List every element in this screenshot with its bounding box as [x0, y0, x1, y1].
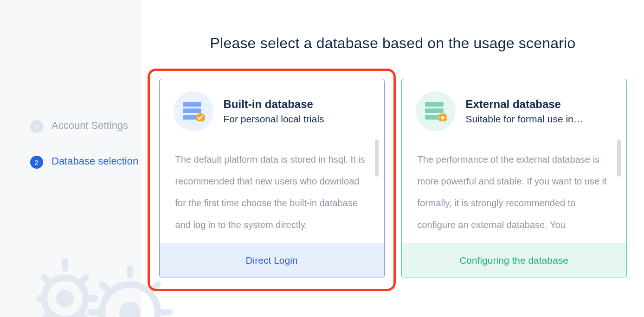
- svg-line-7: [81, 315, 86, 317]
- sidebar: 1 Account Settings 2 Database selection: [0, 0, 142, 317]
- svg-line-8: [44, 315, 49, 317]
- main-content: Please select a database based on the us…: [142, 0, 644, 317]
- svg-line-15: [102, 285, 107, 289]
- builtin-scrollbar[interactable]: [375, 139, 379, 177]
- step-account-settings[interactable]: 1 Account Settings: [0, 118, 142, 133]
- step-badge-1: 1: [30, 120, 43, 133]
- external-database-icon: [416, 91, 456, 131]
- builtin-title: Built-in database: [224, 98, 324, 111]
- svg-rect-18: [183, 108, 201, 113]
- database-cards-row: Built-in database For personal local tri…: [142, 79, 644, 278]
- svg-point-0: [44, 278, 86, 317]
- svg-point-25: [441, 116, 444, 120]
- external-description: The performance of the external database…: [402, 139, 626, 243]
- external-database-card[interactable]: External database Suitable for formal us…: [401, 79, 627, 278]
- external-title: External database: [466, 98, 583, 111]
- svg-point-1: [59, 293, 71, 304]
- step-label-2: Database selection: [52, 154, 138, 169]
- app-layout: 1 Account Settings 2 Database selection: [0, 0, 644, 317]
- external-subtitle: Suitable for formal use in…: [466, 114, 583, 125]
- external-card-wrap: External database Suitable for formal us…: [401, 79, 627, 278]
- step-badge-2: 2: [30, 156, 43, 169]
- external-card-head: External database Suitable for formal us…: [402, 79, 626, 139]
- builtin-database-card[interactable]: Built-in database For personal local tri…: [159, 79, 385, 278]
- svg-line-9: [81, 278, 86, 282]
- svg-rect-17: [183, 102, 201, 107]
- external-scrollbar[interactable]: [617, 139, 621, 177]
- svg-line-6: [44, 278, 49, 282]
- direct-login-button[interactable]: Direct Login: [160, 243, 384, 278]
- svg-rect-22: [425, 108, 444, 113]
- step-database-selection[interactable]: 2 Database selection: [0, 154, 142, 169]
- svg-rect-21: [425, 102, 444, 107]
- builtin-description: The default platform data is stored in h…: [160, 139, 384, 243]
- builtin-database-icon: [174, 91, 213, 131]
- svg-point-11: [122, 305, 137, 317]
- step-label-1: Account Settings: [52, 118, 128, 133]
- builtin-card-wrap: Built-in database For personal local tri…: [159, 79, 385, 278]
- builtin-subtitle: For personal local trials: [224, 114, 324, 125]
- configure-database-button[interactable]: Configuring the database: [402, 243, 626, 278]
- builtin-card-head: Built-in database For personal local tri…: [160, 79, 384, 139]
- page-heading: Please select a database based on the us…: [142, 35, 644, 52]
